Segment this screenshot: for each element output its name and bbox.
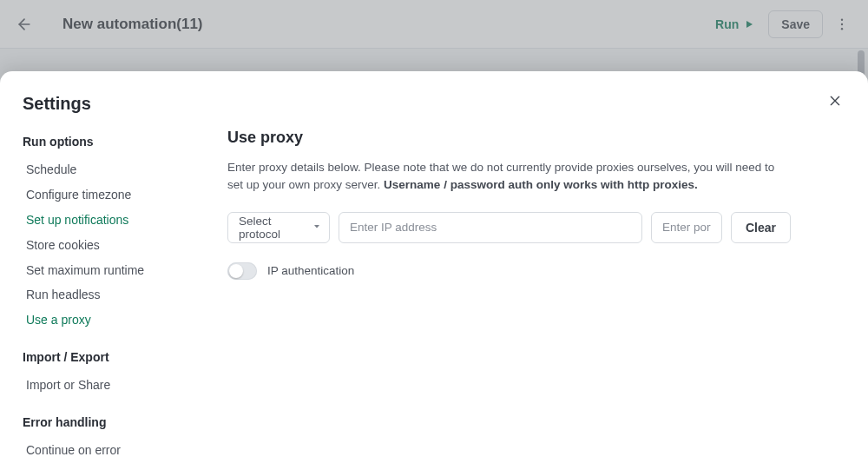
section-run-options: Run options [23, 135, 220, 149]
nav-continue-on-error[interactable]: Continue on error [23, 438, 220, 463]
nav-store-cookies[interactable]: Store cookies [23, 233, 220, 258]
nav-configure-timezone[interactable]: Configure timezone [23, 182, 220, 208]
description-bold: Username / password auth only works with… [384, 178, 698, 191]
nav-use-a-proxy[interactable]: Use a proxy [23, 308, 220, 333]
section-import-export: Import / Export [23, 350, 220, 364]
settings-sidebar: Settings Run options Schedule Configure … [23, 94, 227, 470]
close-icon [828, 94, 842, 108]
nav-import-export: Import or Share [23, 373, 220, 398]
protocol-select-label: Select protocol [239, 215, 303, 241]
protocol-select[interactable]: Select protocol [227, 212, 330, 243]
content-description: Enter proxy details below. Please note t… [227, 159, 783, 195]
settings-title: Settings [23, 94, 220, 114]
nav-interact-with-iframes[interactable]: Interact with iframes [23, 463, 220, 470]
svg-marker-9 [314, 225, 319, 228]
ip-address-input[interactable] [339, 212, 642, 243]
close-button[interactable] [825, 90, 845, 111]
settings-content: Use proxy Enter proxy details below. Ple… [227, 94, 845, 470]
ip-auth-label: IP authentication [267, 264, 354, 277]
nav-import-or-share[interactable]: Import or Share [23, 373, 220, 398]
section-error-handling: Error handling [23, 415, 220, 429]
settings-panel: Settings Run options Schedule Configure … [0, 71, 868, 470]
nav-run-headless[interactable]: Run headless [23, 282, 220, 308]
nav-set-up-notifications[interactable]: Set up notifications [23, 208, 220, 233]
nav-schedule[interactable]: Schedule [23, 157, 220, 182]
nav-error-handling: Continue on error Interact with iframes … [23, 438, 220, 470]
ip-auth-row: IP authentication [227, 262, 845, 280]
clear-button[interactable]: Clear [731, 212, 791, 243]
content-title: Use proxy [227, 129, 845, 147]
nav-run-options: Schedule Configure timezone Set up notif… [23, 157, 220, 333]
ip-auth-toggle[interactable] [227, 262, 257, 280]
nav-set-maximum-runtime[interactable]: Set maximum runtime [23, 258, 220, 283]
chevron-down-icon [312, 221, 322, 234]
proxy-input-row: Select protocol Clear [227, 212, 845, 243]
port-input[interactable] [651, 212, 722, 243]
